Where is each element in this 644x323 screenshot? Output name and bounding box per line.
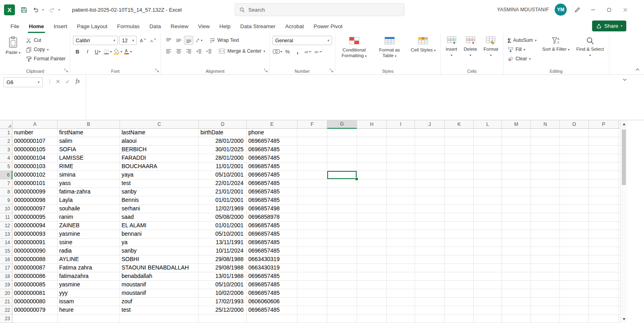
cell-B7[interactable]: yass <box>58 179 120 188</box>
tab-review[interactable]: Review <box>166 19 193 33</box>
cell-G3[interactable] <box>327 146 357 154</box>
cell-O17[interactable] <box>560 264 589 272</box>
cell-I14[interactable] <box>387 239 415 247</box>
cell-O10[interactable] <box>560 205 589 213</box>
cell-K18[interactable] <box>445 272 474 281</box>
cell-G19[interactable] <box>327 281 357 289</box>
underline-button[interactable]: U▾ <box>93 47 102 56</box>
cell-F23[interactable] <box>297 315 327 323</box>
cell-H2[interactable] <box>357 137 387 146</box>
cell-J9[interactable] <box>415 196 445 205</box>
cell-M15[interactable] <box>502 247 531 255</box>
cell-L3[interactable] <box>474 146 502 154</box>
grow-font-button[interactable]: A <box>138 36 147 45</box>
number-dialog-launcher[interactable] <box>329 68 334 73</box>
cell-C10[interactable]: serhani <box>120 205 199 213</box>
cell-A18[interactable]: 0000000086 <box>12 272 58 281</box>
cell-O9[interactable] <box>560 196 589 205</box>
cell-J15[interactable] <box>415 247 445 255</box>
cell-M9[interactable] <box>502 196 531 205</box>
cell-B14[interactable]: ssine <box>58 239 120 247</box>
cell-N16[interactable] <box>531 255 560 264</box>
cell-H20[interactable] <box>357 289 387 298</box>
cut-button[interactable]: Cut <box>25 36 67 45</box>
cell-N14[interactable] <box>531 239 560 247</box>
cell-J14[interactable] <box>415 239 445 247</box>
row-header-18[interactable]: 18 <box>0 272 12 281</box>
cell-D8[interactable]: 21/01/2001 <box>199 188 247 196</box>
align-center-button[interactable] <box>174 47 183 56</box>
cell-E13[interactable]: 0696857485 <box>247 230 297 239</box>
scrollbar-thumb[interactable] <box>622 130 626 185</box>
cell-J19[interactable] <box>415 281 445 289</box>
cell-A8[interactable]: 0000000099 <box>12 188 58 196</box>
cell-G14[interactable] <box>327 239 357 247</box>
cell-F11[interactable] <box>297 213 327 222</box>
autosum-button[interactable]: Σ AutoSum ▾ <box>506 36 538 45</box>
cell-F17[interactable] <box>297 264 327 272</box>
cell-M4[interactable] <box>502 154 531 163</box>
cell-L22[interactable] <box>474 306 502 315</box>
cell-I5[interactable] <box>387 163 415 171</box>
cell-C4[interactable]: FARADDI <box>120 154 199 163</box>
cell-L21[interactable] <box>474 298 502 306</box>
cell-O13[interactable] <box>560 230 589 239</box>
collapse-formula-bar-button[interactable] <box>622 78 627 81</box>
cell-K11[interactable] <box>445 213 474 222</box>
cell-L8[interactable] <box>474 188 502 196</box>
cell-J20[interactable] <box>415 289 445 298</box>
top-align-button[interactable] <box>164 36 173 45</box>
cell-C16[interactable]: SOBHI <box>120 255 199 264</box>
redo-button[interactable] <box>47 5 57 14</box>
cell-J3[interactable] <box>415 146 445 154</box>
cell-P11[interactable] <box>589 213 619 222</box>
fill-color-button[interactable]: ▾ <box>113 47 122 56</box>
search-box[interactable]: Search <box>235 3 405 16</box>
cell-L19[interactable] <box>474 281 502 289</box>
cell-O23[interactable] <box>560 315 589 323</box>
cell-E3[interactable]: 0696857485 <box>247 146 297 154</box>
column-header-G[interactable]: G <box>327 120 357 129</box>
decrease-decimal-button[interactable]: .00 <box>313 47 322 56</box>
cell-I13[interactable] <box>387 230 415 239</box>
row-header-9[interactable]: 9 <box>0 196 12 205</box>
row-header-4[interactable]: 4 <box>0 154 12 163</box>
cell-J13[interactable] <box>415 230 445 239</box>
select-all-corner[interactable] <box>0 120 12 129</box>
cell-K4[interactable] <box>445 154 474 163</box>
cell-K6[interactable] <box>445 171 474 179</box>
row-header-6[interactable]: 6 <box>0 171 12 179</box>
align-right-button[interactable] <box>184 47 193 56</box>
cell-D18[interactable]: 13/01/1988 <box>199 272 247 281</box>
tab-insert[interactable]: Insert <box>49 19 72 33</box>
name-box[interactable]: G6 ▾ <box>3 77 43 87</box>
cell-A1[interactable]: number <box>12 129 58 137</box>
cell-L13[interactable] <box>474 230 502 239</box>
row-header-7[interactable]: 7 <box>0 179 12 188</box>
cell-I20[interactable] <box>387 289 415 298</box>
cell-K14[interactable] <box>445 239 474 247</box>
cell-J11[interactable] <box>415 213 445 222</box>
cell-B18[interactable]: fatimazahra <box>58 272 120 281</box>
cell-N13[interactable] <box>531 230 560 239</box>
cell-J21[interactable] <box>415 298 445 306</box>
delete-cells-button[interactable]: Delete▾ <box>462 35 479 68</box>
middle-align-button[interactable] <box>174 36 183 45</box>
cell-P1[interactable] <box>589 129 619 137</box>
cell-F16[interactable] <box>297 255 327 264</box>
cell-D20[interactable]: 10/02/2006 <box>199 289 247 298</box>
cell-C12[interactable]: EL ALAMI <box>120 222 199 230</box>
cell-J6[interactable] <box>415 171 445 179</box>
tab-page-layout[interactable]: Page Layout <box>72 19 112 33</box>
cell-B10[interactable]: souhaile <box>58 205 120 213</box>
cell-A5[interactable]: 0000000103 <box>12 163 58 171</box>
bold-button[interactable]: B <box>73 47 82 56</box>
cell-A21[interactable]: 0000000080 <box>12 298 58 306</box>
cell-F15[interactable] <box>297 247 327 255</box>
tab-data-streamer[interactable]: Data Streamer <box>235 19 281 33</box>
cell-C6[interactable]: yaya <box>120 171 199 179</box>
cell-D13[interactable]: 05/10/2001 <box>199 230 247 239</box>
cell-C3[interactable]: BERBICH <box>120 146 199 154</box>
row-header-15[interactable]: 15 <box>0 247 12 255</box>
cell-C7[interactable]: test <box>120 179 199 188</box>
